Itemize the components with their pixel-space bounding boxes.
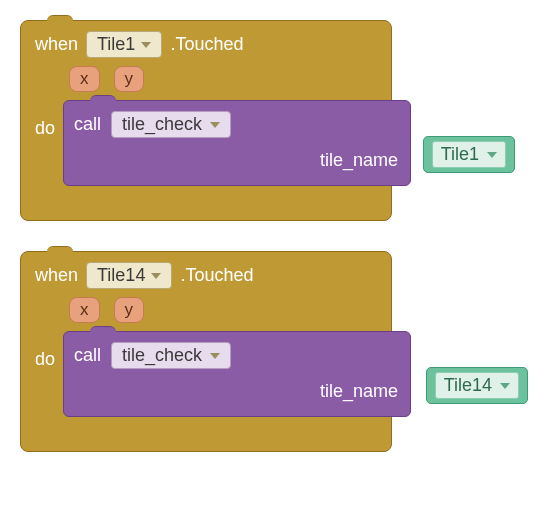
call-keyword: call — [74, 114, 101, 135]
when-keyword: when — [35, 34, 78, 55]
value-block[interactable]: Tile14 — [426, 367, 528, 404]
param-x[interactable]: x — [69, 66, 100, 92]
arg-row: tile_name — [74, 150, 402, 171]
event-header: when Tile1 .Touched — [21, 21, 391, 66]
procedure-name: tile_check — [122, 345, 202, 366]
do-keyword: do — [35, 118, 55, 139]
component-name: Tile1 — [97, 34, 135, 55]
do-body: call tile_check tile_name Tile1 — [63, 100, 411, 210]
chevron-down-icon — [500, 383, 510, 389]
value-dropdown[interactable]: Tile1 — [432, 141, 506, 168]
component-dropdown[interactable]: Tile1 — [86, 31, 162, 58]
value-text: Tile1 — [441, 144, 479, 165]
arg-label: tile_name — [320, 150, 398, 171]
param-y[interactable]: y — [114, 297, 145, 323]
value-block[interactable]: Tile1 — [423, 136, 515, 173]
call-header: call tile_check — [74, 342, 402, 369]
blocks-canvas: when Tile1 .Touched x y do call tile_che… — [20, 20, 529, 452]
event-header: when Tile14 .Touched — [21, 252, 391, 297]
arg-label: tile_name — [320, 381, 398, 402]
call-block[interactable]: call tile_check tile_name Tile1 — [63, 100, 411, 186]
event-block-tile1[interactable]: when Tile1 .Touched x y do call tile_che… — [20, 20, 392, 221]
arg-row: tile_name — [74, 381, 402, 402]
value-text: Tile14 — [444, 375, 492, 396]
event-name: .Touched — [180, 265, 253, 286]
do-row: do call tile_check tile_name — [21, 331, 391, 441]
value-dropdown[interactable]: Tile14 — [435, 372, 519, 399]
component-name: Tile14 — [97, 265, 145, 286]
call-block[interactable]: call tile_check tile_name Tile14 — [63, 331, 411, 417]
chevron-down-icon — [141, 42, 151, 48]
chevron-down-icon — [210, 353, 220, 359]
do-body: call tile_check tile_name Tile14 — [63, 331, 411, 441]
call-keyword: call — [74, 345, 101, 366]
param-row: x y — [21, 297, 391, 331]
call-header: call tile_check — [74, 111, 402, 138]
procedure-dropdown[interactable]: tile_check — [111, 342, 231, 369]
do-keyword: do — [35, 349, 55, 370]
param-x[interactable]: x — [69, 297, 100, 323]
chevron-down-icon — [151, 273, 161, 279]
when-keyword: when — [35, 265, 78, 286]
component-dropdown[interactable]: Tile14 — [86, 262, 172, 289]
chevron-down-icon — [487, 152, 497, 158]
param-y[interactable]: y — [114, 66, 145, 92]
procedure-dropdown[interactable]: tile_check — [111, 111, 231, 138]
param-row: x y — [21, 66, 391, 100]
procedure-name: tile_check — [122, 114, 202, 135]
do-row: do call tile_check tile_name — [21, 100, 391, 210]
event-block-tile14[interactable]: when Tile14 .Touched x y do call tile_ch… — [20, 251, 392, 452]
event-name: .Touched — [170, 34, 243, 55]
chevron-down-icon — [210, 122, 220, 128]
